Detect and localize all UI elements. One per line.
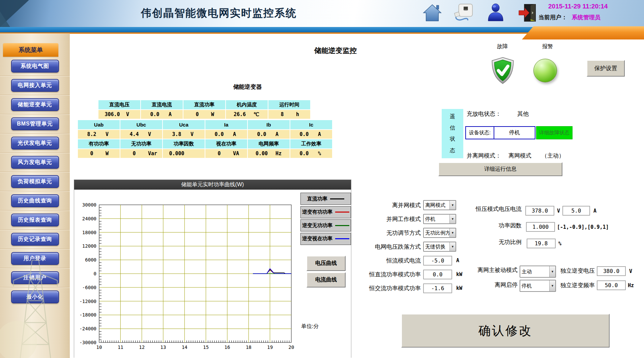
confirm-changes-button[interactable]: 确认修改 bbox=[401, 314, 610, 348]
table-header-cell: 运行时间 bbox=[268, 100, 310, 109]
grid-mode-row: 并离网模式：离网模式（主动） bbox=[467, 152, 564, 160]
svg-text:12000: 12000 bbox=[82, 243, 96, 249]
table-header-cell: 无功功率 bbox=[120, 139, 162, 148]
table-header-cell: 工作效率 bbox=[290, 139, 332, 148]
sidebar-menu-slot: BMS管理单元 bbox=[0, 114, 70, 133]
chevron-down-icon: ▼ bbox=[549, 266, 555, 277]
legend-item-直流功率[interactable]: 直流功率 bbox=[300, 193, 351, 205]
svg-text:30000: 30000 bbox=[82, 202, 96, 208]
sidebar-item-风力发电单元[interactable]: 风力发电单元 bbox=[11, 156, 59, 169]
offgrid-switch-select[interactable]: 停机▼ bbox=[520, 280, 556, 292]
table-header-cell: Ic bbox=[290, 120, 332, 129]
table-value-cell: 0Var bbox=[120, 149, 162, 158]
sidebar-item-电网接入单元[interactable]: 电网接入单元 bbox=[11, 79, 59, 92]
pf-input[interactable] bbox=[526, 222, 555, 232]
alarm-status-light bbox=[533, 59, 557, 82]
sidebar-menu-slot: 光伏发电单元 bbox=[0, 133, 70, 153]
curve-button-电压曲线[interactable]: 电压曲线 bbox=[306, 256, 346, 271]
chevron-down-icon: ▼ bbox=[449, 228, 456, 237]
恒流模式电流-input[interactable] bbox=[423, 256, 452, 266]
protection-settings-button[interactable]: 保护设置 bbox=[587, 60, 625, 77]
combo-value: 无缝切换 bbox=[424, 244, 449, 250]
sidebar-item-光伏发电单元[interactable]: 光伏发电单元 bbox=[11, 137, 59, 149]
sidebar-menu-slot: 风力发电单元 bbox=[0, 153, 70, 172]
ac-measurements-table: UabUbcUcaIaIbIc8.2V4.4V3.8V0.0A0.0A0.0A有… bbox=[78, 120, 332, 158]
current-user-label: 当前用户： bbox=[538, 14, 567, 21]
svg-text:24000: 24000 bbox=[82, 216, 96, 221]
legend-item-逆变无功功率[interactable]: 逆变无功功率 bbox=[300, 219, 351, 231]
form-label: 恒交流功率模式功率 bbox=[357, 284, 423, 292]
chevron-down-icon: ▼ bbox=[449, 242, 456, 251]
sidebar-item-历史记录查询[interactable]: 历史记录查询 bbox=[11, 233, 59, 246]
inv-freq-input[interactable] bbox=[597, 280, 626, 290]
curve-button-电流曲线[interactable]: 电流曲线 bbox=[306, 272, 346, 287]
table-header-cell: Ubc bbox=[120, 120, 162, 129]
grid-mode-extra: （主动） bbox=[541, 153, 564, 159]
恒交流功率模式功率-input[interactable] bbox=[423, 283, 452, 293]
table-header-cell: Ia bbox=[205, 120, 247, 129]
电网电压跌落方式-select[interactable]: 无缝切换▼ bbox=[423, 242, 456, 252]
fault-label: 故障 bbox=[497, 43, 508, 50]
home-icon[interactable] bbox=[422, 3, 442, 23]
table-value-cell: 0W bbox=[183, 110, 225, 119]
table-header-cell: 直流电压 bbox=[98, 100, 140, 109]
user-icon[interactable] bbox=[486, 3, 506, 23]
power-curve-panel: 储能单元实时功率曲线(W) 3000024000180001200060000-… bbox=[74, 180, 351, 358]
sidebar-item-历史报表查询[interactable]: 历史报表查询 bbox=[11, 214, 59, 226]
cv-current-input[interactable] bbox=[562, 206, 590, 216]
sidebar-item-BMS管理单元[interactable]: BMS管理单元 bbox=[11, 117, 59, 130]
svg-text:18: 18 bbox=[246, 345, 252, 350]
legend-item-逆变视在功率[interactable]: 逆变视在功率 bbox=[300, 233, 351, 245]
cv-mode-label: 恒压模式电压电流 bbox=[470, 205, 522, 213]
device-state-label: 设备状态: bbox=[466, 127, 494, 139]
form-row-恒直流功率模式功率: 恒直流功率模式功率kW bbox=[357, 269, 472, 280]
inverter-section-title: 储能逆变器 bbox=[224, 83, 271, 91]
header-toolbar bbox=[422, 2, 537, 24]
svg-text:11: 11 bbox=[118, 345, 123, 350]
grid-mode-value: 离网模式 bbox=[508, 153, 531, 159]
svg-text:0: 0 bbox=[94, 271, 96, 276]
离并网模式-select[interactable]: 离网模式▼ bbox=[423, 200, 456, 210]
table-header-cell: Uab bbox=[78, 120, 120, 129]
offgrid-mode-select[interactable]: 主动▼ bbox=[520, 266, 556, 278]
combo-value: 停机 bbox=[424, 216, 449, 222]
exit-icon[interactable] bbox=[517, 3, 537, 23]
chevron-down-icon: ▼ bbox=[549, 280, 555, 291]
combo-value: 离网模式 bbox=[424, 202, 449, 209]
svg-text:-6000: -6000 bbox=[82, 285, 96, 290]
无功调节方式-select[interactable]: 无功比例方▼ bbox=[423, 228, 456, 238]
sidebar-item-历史曲线查询[interactable]: 历史曲线查询 bbox=[11, 194, 59, 207]
恒直流功率模式功率-input[interactable] bbox=[423, 270, 452, 279]
run-info-button[interactable]: 详细运行信息 bbox=[438, 162, 562, 176]
svg-text:12: 12 bbox=[139, 345, 145, 350]
form-row-离并网模式: 离并网模式离网模式▼ bbox=[357, 200, 472, 211]
table-value-cell: 0.0A bbox=[290, 130, 332, 139]
rq-input[interactable] bbox=[527, 239, 556, 248]
inv-voltage-input[interactable] bbox=[597, 266, 626, 276]
form-label: 恒流模式电流 bbox=[357, 257, 423, 265]
form-unit: kW bbox=[456, 271, 462, 277]
network-icon[interactable] bbox=[454, 3, 474, 23]
svg-text:6000: 6000 bbox=[85, 257, 96, 263]
sidebar-item-系统电气图[interactable]: 系统电气图 bbox=[11, 60, 59, 73]
table-header-cell: Uca bbox=[163, 120, 205, 129]
sidebar-item-负荷模拟单元[interactable]: 负荷模拟单元 bbox=[11, 175, 59, 188]
inverter-control-form: 离并网模式离网模式▼并网工作模式停机▼无功调节方式无功比例方▼电网电压跌落方式无… bbox=[357, 200, 472, 294]
form-row-无功调节方式: 无功调节方式无功比例方▼ bbox=[357, 227, 472, 238]
table-header-cell: 直流功率 bbox=[183, 100, 225, 109]
fault-status-shield-icon bbox=[490, 57, 516, 84]
并网工作模式-select[interactable]: 停机▼ bbox=[423, 214, 456, 224]
svg-text:16: 16 bbox=[225, 345, 230, 350]
inv-voltage-label: 独立逆变电压 bbox=[560, 267, 595, 275]
sidebar-item-储能逆变单元[interactable]: 储能逆变单元 bbox=[11, 98, 59, 111]
table-value-cell: 306.0V bbox=[98, 110, 140, 119]
cv-voltage-input[interactable] bbox=[525, 206, 554, 216]
table-value-cell: 0W bbox=[78, 149, 120, 158]
form-label: 并网工作模式 bbox=[357, 215, 423, 223]
fault-detail-button[interactable]: 详细故障状态 bbox=[536, 126, 573, 139]
header-banner: 伟创晶智能微电网实时监控系统 bbox=[0, 0, 644, 27]
table-header-cell: 功率因数 bbox=[163, 139, 205, 148]
svg-text:15: 15 bbox=[203, 345, 209, 350]
table-header-cell: 视在功率 bbox=[205, 139, 247, 148]
legend-item-逆变有功功率[interactable]: 逆变有功功率 bbox=[300, 206, 351, 218]
